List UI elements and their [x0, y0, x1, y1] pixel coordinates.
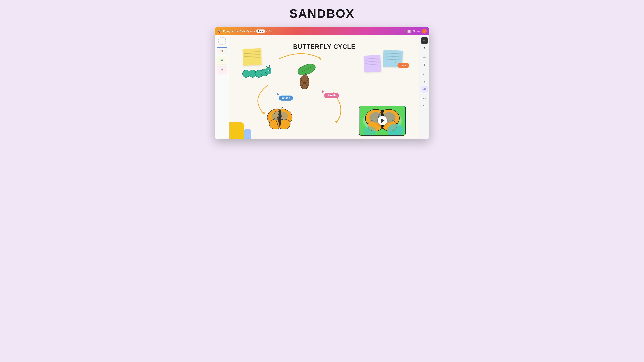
project-name: Flying into the Solar System: [223, 30, 255, 32]
butterfly-element[interactable]: [263, 107, 296, 134]
bottom-yellow-bar: [230, 122, 244, 139]
note-line: [385, 54, 401, 55]
svg-point-52: [381, 110, 384, 113]
thumb-preview-1: 🦋: [217, 48, 227, 55]
text-icon: T: [424, 63, 425, 66]
svg-text:🚀: 🚀: [221, 68, 223, 71]
svg-point-26: [300, 75, 309, 89]
video-preview: [360, 106, 405, 135]
undo-icon: ↩: [423, 97, 426, 100]
note-line: [365, 59, 379, 60]
svg-point-38: [278, 112, 281, 127]
redo-button[interactable]: ↪: [421, 103, 428, 109]
note-line: [385, 53, 401, 54]
share-icon[interactable]: ↗: [403, 30, 405, 33]
more-tools-label: +12: [423, 88, 426, 90]
thumb-preview-3: 🚀: [217, 66, 227, 74]
app-window: 🚀 Flying into the Solar System Draw / Pl…: [215, 27, 429, 139]
shape-icon: □: [424, 73, 425, 76]
plus-icon: +: [221, 39, 223, 43]
caterpillar-element[interactable]: [241, 65, 271, 79]
page-title: SANDBOX: [290, 7, 354, 20]
svg-text:🦋: 🦋: [221, 50, 223, 52]
note-line: [244, 53, 260, 54]
note-lines-yellow: [244, 51, 260, 58]
video-thumbnail[interactable]: [359, 106, 406, 136]
right-toolbar: ↖ ✦ ✏ T □ ↑ +12 ↩: [419, 35, 429, 139]
bottom-blue-bar: [244, 129, 251, 139]
title-bar-left: 🚀 Flying into the Solar System Draw / Pl…: [217, 29, 272, 33]
shape-tool[interactable]: □: [421, 71, 428, 78]
svg-text:🌍: 🌍: [221, 59, 223, 61]
note-lines-purple: [365, 58, 379, 65]
pen-tool[interactable]: ✏: [421, 54, 428, 61]
upload-tool[interactable]: ↑: [421, 78, 428, 85]
canvas-content: BUTTERFLY CYCLE: [230, 35, 419, 139]
app-icon: 🚀: [217, 29, 222, 33]
note-line: [244, 54, 260, 55]
title-bar-right: ↗ ⬜ ⚙ ••• L: [403, 29, 427, 33]
app-body: + 1 🦋 ⋮ 2: [215, 35, 429, 139]
slide-thumb-3[interactable]: 🚀: [217, 66, 228, 74]
svg-point-13: [265, 67, 271, 74]
note-line: [365, 58, 379, 59]
janella-badge: Janella: [324, 93, 339, 98]
slide-thumb-1[interactable]: 🦋: [217, 47, 228, 55]
play-button[interactable]: [378, 116, 387, 125]
svg-marker-8: [334, 121, 338, 122]
chase-badge: Chase: [279, 95, 293, 100]
tab-draw[interactable]: Draw: [256, 29, 265, 33]
fullscreen-icon[interactable]: ⬜: [407, 30, 411, 33]
lara-cursor: ▲: [394, 59, 398, 63]
slide-2-wrapper: 2 🌍 ⋮: [217, 57, 228, 65]
note-line: [244, 57, 260, 58]
note-line: [365, 62, 379, 63]
pen-icon: ✏: [423, 56, 426, 59]
svg-marker-6: [319, 57, 321, 61]
more-tools[interactable]: +12: [421, 86, 428, 92]
tab-separator: /: [266, 30, 267, 32]
sidebar: + 1 🦋 ⋮ 2: [215, 35, 230, 139]
undo-button[interactable]: ↩: [421, 95, 428, 102]
lara-badge: Lara: [398, 63, 409, 68]
note-lines-blue: [384, 53, 401, 60]
settings-icon[interactable]: ⚙: [413, 30, 415, 33]
note-line: [365, 61, 379, 62]
note-line: [384, 56, 401, 57]
upload-icon: ↑: [424, 80, 425, 84]
avatar[interactable]: L: [422, 29, 427, 33]
magic-icon: ✦: [423, 46, 426, 50]
svg-point-19: [269, 70, 270, 71]
sticky-note-yellow[interactable]: [242, 48, 262, 66]
redo-icon: ↪: [423, 104, 426, 108]
chrysalis-element[interactable]: [292, 59, 318, 89]
magic-tool[interactable]: ✦: [421, 44, 428, 51]
svg-point-39: [278, 110, 281, 113]
canvas-area[interactable]: BUTTERFLY CYCLE: [230, 35, 419, 139]
chase-cursor: ▲: [275, 91, 280, 96]
note-line: [244, 56, 260, 57]
slide-thumb-2[interactable]: 🌍: [217, 57, 228, 65]
text-tool[interactable]: T: [421, 61, 428, 68]
janella-cursor: ▲: [320, 88, 326, 94]
select-tool[interactable]: ↖: [421, 37, 428, 44]
svg-point-15: [266, 65, 266, 66]
note-line: [244, 51, 260, 52]
add-slide-button[interactable]: +: [218, 37, 226, 44]
note-line: [365, 64, 379, 65]
select-icon: ↖: [423, 39, 426, 42]
sticky-note-purple[interactable]: [364, 55, 381, 72]
tab-play[interactable]: Play: [269, 30, 272, 32]
play-icon: [381, 118, 384, 123]
thumb-preview-2: 🌍: [217, 57, 227, 64]
tool-divider-2: [422, 69, 428, 70]
note-line: [384, 59, 401, 60]
title-bar: 🚀 Flying into the Solar System Draw / Pl…: [215, 27, 429, 35]
note-line: [384, 57, 401, 58]
slide-1-wrapper: 1 🦋 ⋮: [217, 47, 228, 55]
slide-3-wrapper: 3 🚀 ⋮: [217, 66, 228, 74]
more-icon[interactable]: •••: [417, 30, 420, 33]
canvas-title: BUTTERFLY CYCLE: [293, 43, 356, 50]
